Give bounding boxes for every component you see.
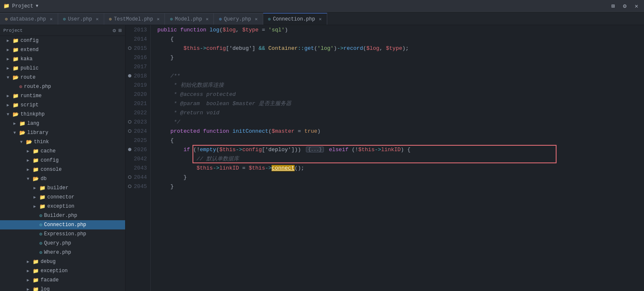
tab-user-close[interactable]: ✕ <box>96 16 99 22</box>
sidebar-item-connection-php[interactable]: ⊙ Connection.php <box>0 220 125 229</box>
line-2042: 2042 <box>126 154 150 163</box>
file-icon: ⊙ <box>39 222 42 228</box>
tab-testmodel[interactable]: ⊙ TestModel.php ✕ <box>104 13 165 25</box>
sidebar-item-thinkphp[interactable]: ▼ 📂 thinkphp <box>0 110 125 119</box>
code-line-2043: $this->linkID = $this->connect(); <box>151 163 644 173</box>
folder-icon: 📂 <box>13 111 19 118</box>
sidebar-item-db[interactable]: ▼ 📂 db <box>0 174 125 183</box>
chevron-right-icon: ▶ <box>7 47 13 52</box>
line-2017: 2017 <box>126 62 150 71</box>
fold-indicator <box>128 74 131 77</box>
tab-query-close[interactable]: ✕ <box>255 16 258 22</box>
sidebar-item-builder-php[interactable]: ⊙ Builder.php <box>0 211 125 220</box>
folder-icon: 📁 <box>39 203 46 210</box>
tab-user[interactable]: ⊙ User.php ✕ <box>58 13 104 25</box>
sidebar-item-connector[interactable]: ▶ 📁 connector <box>0 193 125 202</box>
sidebar-item-builder[interactable]: ▶ 📁 builder <box>0 183 125 193</box>
sidebar-item-cache[interactable]: ▶ 📁 cache <box>0 147 125 156</box>
tab-connection[interactable]: ⊙ Connection.php ✕ <box>263 13 327 25</box>
tab-connection-close[interactable]: ✕ <box>319 16 322 22</box>
code-line-2022: * @return void <box>151 108 644 117</box>
code-line-2026: if (!empty($this->config['deploy'])) {..… <box>151 145 644 154</box>
tab-model-close[interactable]: ✕ <box>206 16 209 22</box>
chevron-right-icon: ▶ <box>27 278 33 283</box>
chevron-right-icon: ▶ <box>27 259 33 264</box>
folder-icon: 📁 <box>19 121 26 127</box>
project-header[interactable]: 📁 Project ▼ <box>3 3 38 9</box>
toolbar-actions: ⊞ ⚙ ✕ <box>609 2 641 10</box>
sidebar-item-query-php[interactable]: ⊙ Query.php <box>0 239 125 248</box>
database-tab-icon: ⊙ <box>5 16 8 22</box>
sidebar-item-kaka[interactable]: ▶ 📁 kaka <box>0 54 125 64</box>
file-icon: ⊙ <box>39 231 42 237</box>
chevron-down-icon: ▼ <box>7 75 13 80</box>
sidebar-item-exception[interactable]: ▶ 📁 exception <box>0 202 125 211</box>
tab-database-close[interactable]: ✕ <box>50 16 53 22</box>
sidebar-item-exception2[interactable]: ▶ 📁 exception <box>0 266 125 276</box>
tab-testmodel-close[interactable]: ✕ <box>157 16 160 22</box>
code-editor[interactable]: public function log($log, $type = 'sql')… <box>151 25 644 191</box>
tab-database[interactable]: ⊙ database.php ✕ <box>0 13 58 25</box>
line-2022: 2022 <box>126 108 150 117</box>
title-bar: 📁 Project ▼ ⊞ ⚙ ✕ <box>0 0 644 13</box>
tab-user-label: User.php <box>68 16 92 22</box>
sidebar-item-route-php[interactable]: ⊙ route.php <box>0 82 125 91</box>
connect-method-highlight: connect <box>272 165 295 171</box>
tab-query[interactable]: ⊙ Query.php ✕ <box>214 13 263 25</box>
sidebar-item-debug[interactable]: ▶ 📁 debug <box>0 257 125 266</box>
file-icon: ⊙ <box>39 240 42 247</box>
sidebar-item-log[interactable]: ▶ 📁 log <box>0 285 125 291</box>
code-line-2025: { <box>151 136 644 145</box>
tab-model[interactable]: ⊙ Model.php ✕ <box>165 13 214 25</box>
sidebar-item-config2[interactable]: ▶ 📁 config <box>0 156 125 165</box>
fold-indicator <box>128 148 131 151</box>
chevron-right-icon: ▶ <box>27 268 33 273</box>
sidebar-item-where-php[interactable]: ⊙ Where.php <box>0 248 125 257</box>
close-icon[interactable]: ✕ <box>632 2 641 10</box>
tab-query-label: Query.php <box>224 16 251 22</box>
code-line-2019: * 初始化数据库连接 <box>151 80 644 90</box>
sidebar-item-facade[interactable]: ▶ 📁 facade <box>0 276 125 285</box>
chevron-right-icon: ▶ <box>7 93 13 98</box>
collapsed-indicator[interactable]: {...} <box>306 147 324 152</box>
chevron-right-icon: ▶ <box>33 204 39 209</box>
code-line-2024: protected function initConnect($master =… <box>151 126 644 136</box>
settings-icon[interactable]: ⚙ <box>621 2 629 10</box>
chevron-down-icon: ▼ <box>36 4 38 8</box>
layout-icon[interactable]: ⊞ <box>609 2 617 10</box>
chevron-right-icon: ▶ <box>27 158 33 163</box>
sidebar-item-script[interactable]: ▶ 📁 script <box>0 100 125 110</box>
chevron-down-icon: ▼ <box>7 112 13 117</box>
sidebar-item-runtime[interactable]: ▶ 📁 runtime <box>0 91 125 100</box>
folder-icon: 📁 <box>33 148 39 155</box>
folder-icon: 📁 <box>13 65 19 72</box>
tabs-bar: ⊙ database.php ✕ ⊙ User.php ✕ ⊙ TestMode… <box>0 13 644 25</box>
sidebar-toolbar: Project ⚙ ⊞ <box>0 25 125 36</box>
line-2013: 2013 <box>126 25 150 34</box>
fold-end-indicator <box>128 175 131 179</box>
line-2016: 2016 <box>126 53 150 62</box>
folder-icon: 📁 <box>3 3 10 9</box>
sidebar-item-console[interactable]: ▶ 📁 console <box>0 165 125 174</box>
chevron-right-icon: ▶ <box>33 185 39 191</box>
sidebar-item-expression-php[interactable]: ⊙ Expression.php <box>0 229 125 239</box>
sidebar-item-extend[interactable]: ▶ 📁 extend <box>0 45 125 54</box>
sidebar-item-think[interactable]: ▼ 📂 think <box>0 137 125 147</box>
code-viewport[interactable]: public function log($log, $type = 'sql')… <box>151 25 644 291</box>
chevron-right-icon: ▶ <box>7 103 13 108</box>
connection-tab-icon: ⊙ <box>268 16 271 22</box>
sidebar-item-lang[interactable]: ▶ 📁 lang <box>0 119 125 128</box>
folder-icon: 📂 <box>19 130 26 136</box>
model-tab-icon: ⊙ <box>170 16 173 22</box>
fold-end-indicator <box>128 185 131 188</box>
sidebar-item-library[interactable]: ▼ 📂 library <box>0 128 125 137</box>
sidebar-layout-icon[interactable]: ⊞ <box>118 27 122 34</box>
chevron-right-icon: ▶ <box>27 287 33 291</box>
sidebar-item-config[interactable]: ▶ 📁 config <box>0 36 125 45</box>
sidebar-item-public[interactable]: ▶ 📁 public <box>0 64 125 73</box>
chevron-right-icon: ▶ <box>27 167 33 172</box>
sidebar-settings-icon[interactable]: ⚙ <box>113 27 116 34</box>
sidebar-item-route[interactable]: ▼ 📂 route <box>0 73 125 82</box>
folder-icon: 📂 <box>26 139 32 145</box>
code-line-2018: /** <box>151 71 644 80</box>
